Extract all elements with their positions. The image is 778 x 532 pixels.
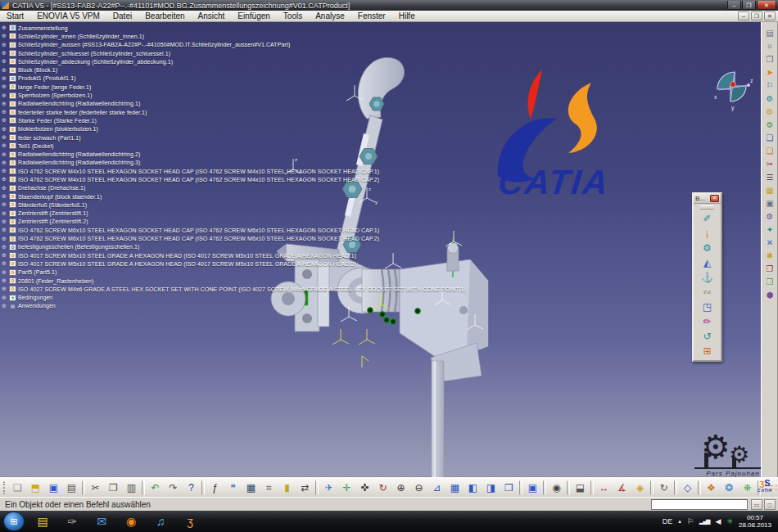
menu-item[interactable]: Bearbeiten (138, 11, 191, 20)
tree-expander-icon[interactable]: ⊕ (2, 134, 8, 141)
child-window-control[interactable]: ❐ (751, 11, 762, 20)
tree-node[interactable]: ⊕ Produkt1 (Produkt1.1) (2, 74, 277, 83)
toolbar-icon[interactable]: ↻ (375, 480, 391, 495)
toolbar-icon[interactable] (543, 480, 546, 495)
tree-node[interactable]: ⊕ Zusammenstellung (2, 24, 277, 32)
tree-expander-icon[interactable]: ⊕ (2, 42, 8, 48)
tree-node[interactable]: ⊕ Block (Block.1) (2, 65, 277, 74)
tree-node-label[interactable]: Drehachse (Drehachse.1) (18, 185, 85, 191)
tree-node-label[interactable]: befestigungsschellen (Befestigungsschell… (18, 244, 139, 250)
toolbar-icon[interactable]: ✂ (88, 480, 103, 495)
toolbar-icon[interactable]: ❐ (106, 480, 121, 495)
right-toolbar-icon[interactable]: ⚙ (763, 92, 777, 105)
tree-expander-icon[interactable]: ⊕ (2, 142, 8, 149)
toolbar-icon[interactable] (315, 480, 319, 495)
tree-node-label[interactable]: lange Feder (lange Feder.1) (18, 84, 91, 90)
right-toolbar-icon[interactable]: ⚙ (763, 106, 777, 118)
tree-node[interactable]: ⊕ ISO 4762 SCREW M6x10 STEEL HEXAGON SOC… (2, 226, 277, 234)
tree-node-label[interactable]: ISO 4762 SCREW M4x10 STEEL HEXAGON SOCKE… (18, 177, 379, 183)
right-toolbar-icon[interactable]: ▣ (763, 197, 777, 210)
menu-item[interactable]: Tools (277, 11, 309, 20)
menu-item[interactable]: Hilfe (392, 11, 422, 20)
toolbar-icon[interactable]: ↶ (147, 480, 163, 495)
tree-node-label[interactable]: Bedingungen (18, 295, 52, 300)
tree-node[interactable]: ⊕ Schließzylinder_aussen (#SS13-FAB2A-A2… (2, 41, 277, 49)
right-toolbar-icon[interactable]: ➤ (763, 66, 777, 79)
tree-expander-icon[interactable]: ⊕ (2, 67, 8, 74)
right-toolbar-icon[interactable]: ▤ (763, 27, 777, 39)
tree-expander-icon[interactable]: ⊕ (2, 126, 8, 133)
toolbar-icon[interactable]: ∡ (614, 480, 630, 495)
toolbar-icon[interactable]: ❏ (10, 480, 25, 495)
taskbar-item[interactable]: ʒ (179, 512, 201, 530)
tree-node-label[interactable]: federteller starke feder (federteller st… (18, 110, 147, 115)
tree-expander-icon[interactable]: ⊕ (2, 277, 8, 284)
tree-node[interactable]: ⊕ Schließzylinder_abdeckung (Schließzyli… (2, 57, 277, 65)
network-signal-icon[interactable]: ▂▄▆ (699, 518, 710, 525)
tree-node[interactable]: ⊕ Ständerfuß (Ständerfuß.1) (2, 201, 277, 209)
taskbar-item[interactable]: ✉ (90, 512, 113, 530)
toolbar-icon[interactable]: ↻ (656, 480, 672, 495)
tree-node-label[interactable]: ISO 4762 SCREW M4x10 STEEL HEXAGON SOCKE… (18, 169, 379, 174)
tree-node-label[interactable]: Part5 (Part5.1) (18, 269, 57, 275)
taskbar-item[interactable]: ◉ (120, 512, 142, 530)
right-toolbar-icon[interactable]: ❒ (763, 263, 777, 275)
right-toolbar-icon[interactable]: ⚙ (763, 119, 777, 131)
tree-node-label[interactable]: Staenderkopf (block staender.1) (18, 194, 102, 200)
taskbar-item[interactable]: ▤ (31, 512, 54, 530)
toolbar-icon[interactable]: ▦ (243, 480, 259, 495)
tree-node[interactable]: ⊕ Drehachse (Drehachse.1) (2, 184, 277, 192)
tree-node[interactable]: ⊕ 20801 (Feder_Rastenheben) (2, 277, 277, 285)
tree-expander-icon[interactable]: ⊕ (2, 160, 8, 166)
floating-toolbar-icon[interactable]: ◭ (699, 256, 717, 269)
tree-expander-icon[interactable]: ⊕ (2, 117, 8, 124)
toolbar-icon[interactable]: ▣ (46, 480, 61, 495)
toolbar-icon[interactable]: ⌗ (261, 480, 277, 495)
tree-expander-icon[interactable]: ⊕ (2, 58, 8, 65)
right-toolbar-icon[interactable]: ⌗ (763, 40, 777, 52)
right-toolbar-icon[interactable]: ⬢ (763, 289, 777, 301)
tree-node-label[interactable]: blokierbolzen (blokierbolzen.1) (18, 126, 98, 132)
tree-node[interactable]: ⊕ ISO 4762 SCREW M4x10 STEEL HEXAGON SOC… (2, 175, 277, 183)
tree-node[interactable]: ⊕ Staenderkopf (block staender.1) (2, 192, 277, 201)
toolbar-icon[interactable]: ⬒ (28, 480, 43, 495)
tree-node-label[interactable]: ISO 4762 SCREW M6x10 STEEL HEXAGON SOCKE… (18, 236, 379, 241)
taskbar-item[interactable]: ♫ (149, 512, 172, 530)
tree-node-label[interactable]: Starke Feder (Starke Feder.1) (18, 118, 97, 124)
tree-expander-icon[interactable]: ⊕ (2, 236, 8, 242)
floating-toolbar-icon[interactable]: ⚓ (699, 271, 717, 284)
window-control-button[interactable]: ✕ (757, 1, 776, 10)
menu-item[interactable]: Einfügen (231, 11, 276, 20)
tree-node-label[interactable]: ISO 4017 SCREW M5x10 STEEL GRADE A HEXAG… (18, 261, 356, 267)
menu-item[interactable]: Analyse (309, 11, 351, 20)
tree-node[interactable]: ⊕ Radialwellendichtring (Radialwellendic… (2, 100, 277, 108)
floating-toolbar-close-button[interactable]: ✕ (710, 195, 719, 202)
tree-node-label[interactable]: Radialwellendichtring (Radialwellendicht… (18, 160, 140, 165)
tree-expander-icon[interactable]: ⊕ (2, 176, 8, 183)
tree-expander-icon[interactable]: ⊕ (2, 109, 8, 115)
right-toolbar-icon[interactable]: ✱ (763, 250, 777, 262)
tree-node[interactable]: ⊕ ISO 4762 SCREW M6x10 STEEL HEXAGON SOC… (2, 234, 277, 242)
tree-node[interactable]: ⊕ Schließzylinder_innen (Schließzylinder… (2, 32, 277, 40)
tree-node-label[interactable]: Zentrierstift (Zentrierstift.1) (18, 210, 88, 216)
toolbar-icon[interactable] (142, 480, 145, 495)
toolbar-icon[interactable]: ▮ (279, 480, 295, 495)
tree-node-label[interactable]: 20801 (Feder_Rastenheben) (18, 278, 93, 284)
tree-node[interactable]: ⊕ blokierbolzen (blokierbolzen.1) (2, 125, 277, 133)
child-window-control[interactable]: – (738, 11, 749, 20)
tree-node-label[interactable]: Schließzylinder_innen (Schließzylinder_i… (18, 34, 144, 39)
tree-expander-icon[interactable]: ⊕ (2, 92, 8, 99)
menu-item[interactable]: ENOVIA V5 VPM (30, 11, 106, 20)
toolbar-icon[interactable]: ❂ (721, 480, 737, 495)
right-toolbar-icon[interactable]: ⚐ (763, 79, 777, 92)
tree-node[interactable]: ⊕ ISO 4017 SCREW M5x10 STEEL GRADE A HEX… (2, 259, 277, 268)
tree-node-label[interactable]: ISO 4762 SCREW M6x10 STEEL HEXAGON SOCKE… (18, 228, 379, 233)
floating-toolbar-icon[interactable]: ✐ (699, 212, 717, 225)
toolbar-icon[interactable]: ❒ (501, 480, 517, 495)
tree-node[interactable]: ⊕ Bedingungen (2, 294, 277, 302)
tree-node-label[interactable]: feder schwach (Part1.1) (18, 135, 81, 141)
toolbar-icon[interactable]: ◧ (465, 480, 481, 495)
tree-node[interactable]: ⊕ Starke Feder (Starke Feder.1) (2, 116, 277, 124)
power-input[interactable] (651, 499, 748, 510)
tree-node-label[interactable]: Schließzylinder_aussen (#SS13-FAB2A-A22#… (18, 42, 290, 47)
